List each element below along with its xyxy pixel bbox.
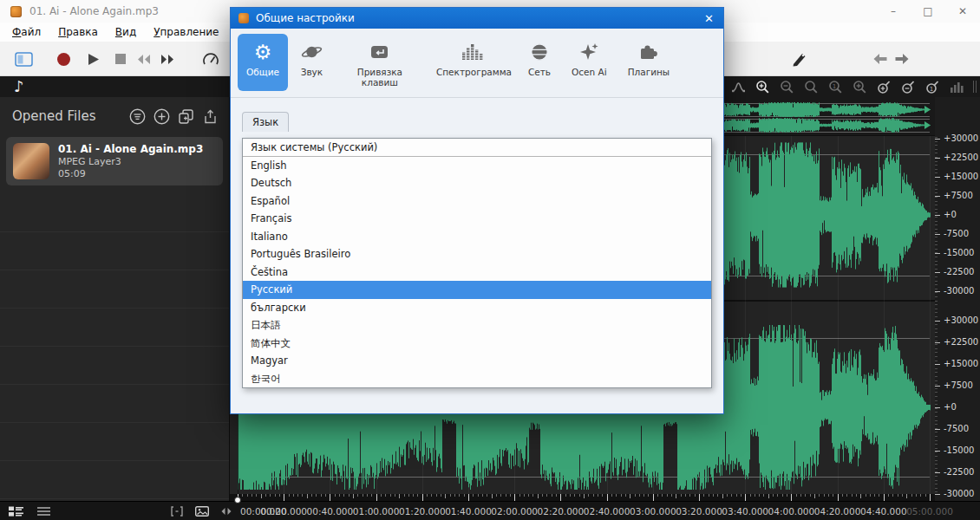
maximize-icon[interactable]: □ [911,0,945,23]
pen-tool-icon[interactable] [787,42,810,76]
window-title: 01. Ai - Alone Again.mp3 [29,5,159,17]
scale-label-ch2: +30000 [944,315,978,325]
language-option[interactable]: Čeština [243,263,711,282]
scale-tick [935,321,940,322]
puzzle-icon [637,40,659,64]
settings-tab-planet[interactable]: Звук [291,34,332,91]
scale-label-ch1: +0 [944,210,957,219]
add-file-icon[interactable] [154,108,170,125]
file-duration: 05:09 [58,168,203,179]
scale-label-ch1: +22500 [944,153,978,162]
opened-files-title: Opened Files [12,108,129,124]
scale-tick [935,291,940,292]
scale-tick [935,234,940,235]
scale-tick [935,215,940,216]
sparkle-icon [578,40,600,64]
file-list-item[interactable]: 01. Ai - Alone Again.mp3 MPEG Layer3 05:… [6,137,223,185]
language-option[interactable]: Deutsch [243,174,711,192]
toolbar-grip[interactable] [973,81,977,93]
language-option[interactable]: Español [243,192,711,211]
svg-text:1: 1 [930,86,933,93]
scale-label-ch2: -22500 [944,467,974,477]
scale-tick [935,451,940,452]
scale-tick [935,386,940,387]
timeline-label: 02:00.000 [491,506,538,517]
minimize-icon[interactable]: – [876,0,911,23]
view-list-icon[interactable] [37,507,50,516]
settings-tab-sparkle[interactable]: Ocen Ai [563,34,616,91]
collapse-panels-icon[interactable] [220,507,232,516]
vertical-zoom-in-icon[interactable] [877,80,892,94]
close-icon[interactable]: ✕ [945,0,980,23]
app-icon [10,6,22,17]
language-option[interactable]: Français [243,210,711,228]
settings-tab-spectrogram[interactable]: Спектрограмма [428,34,516,91]
vertical-zoom-fit-icon[interactable]: 1 [925,80,940,94]
menu-item-3[interactable]: Управление [145,24,227,40]
envelope-tool-icon[interactable] [731,81,746,94]
music-note-icon[interactable]: ♪ [14,77,24,96]
settings-tab-puzzle[interactable]: Плагины [619,34,679,91]
dialog-app-icon [238,13,249,23]
playback-speed-icon[interactable] [198,42,224,76]
play-button[interactable] [80,42,106,76]
duplicate-file-icon[interactable] [178,108,194,125]
menu-item-1[interactable]: Правка [49,24,107,40]
menu-item-2[interactable]: Вид [107,24,145,40]
language-option[interactable]: Português Brasileiro [243,245,711,263]
scale-label-ch2: +0 [944,402,957,412]
settings-general-page: Язык Язык системы (Русский)EnglishDeutsc… [231,98,723,413]
zoom-fit-icon[interactable] [804,80,819,94]
language-option[interactable]: 日本語 [243,316,711,335]
sidebar-toggle-icon[interactable] [10,42,36,76]
menu-item-0[interactable]: Файл [3,24,49,40]
vertical-zoom-out-icon[interactable] [901,80,916,94]
filter-icon[interactable] [129,108,146,125]
dialog-titlebar[interactable]: Общие настройки ✕ [231,8,723,29]
settings-tab-bar: ⚙ Общие Звук Привязка клавиш Спектрограм… [231,29,723,98]
zoom-in-icon[interactable] [755,80,770,94]
levels-icon[interactable] [950,81,964,93]
scale-tick [935,407,940,408]
gear-icon: ⚙ [254,40,272,64]
globe-icon [529,40,550,64]
fast-forward-button[interactable] [154,42,180,76]
selection-brackets-icon[interactable] [170,506,184,517]
language-option[interactable]: Язык системы (Русский) [243,139,711,157]
thumbnails-icon[interactable] [195,506,209,517]
view-details-icon[interactable] [9,506,23,517]
file-title: 01. Ai - Alone Again.mp3 [58,143,203,155]
file-list-empty-rows [0,194,229,501]
zoom-one-to-one-icon[interactable]: 1 [828,80,843,94]
language-option[interactable]: Italiano [243,228,711,246]
language-option[interactable]: 简体中文 [243,335,711,353]
scale-tick [935,364,940,365]
scale-tick [935,494,940,495]
playhead-pin[interactable] [234,497,241,504]
language-option[interactable]: Magyar [243,352,711,370]
settings-tab-globe[interactable]: Сеть [519,34,559,91]
rewind-button[interactable] [130,42,156,76]
scale-tick [935,196,940,197]
zoom-selection-icon[interactable] [853,80,867,94]
tab-language[interactable]: Язык [242,112,289,132]
language-option[interactable]: English [243,157,711,175]
timeline-label: 02:20.000 [538,506,585,517]
svg-text:1: 1 [833,83,836,90]
language-option[interactable]: Русский [243,281,711,299]
export-file-icon[interactable] [202,108,219,125]
navigate-back-icon[interactable] [870,42,891,76]
dialog-close-icon[interactable]: ✕ [695,12,723,25]
settings-tab-enter-key[interactable]: Привязка клавиш [336,34,424,91]
record-button[interactable] [50,42,76,76]
timeline-label: 05:00.000 [906,506,953,517]
language-option[interactable]: 한국어 [243,370,711,388]
zoom-out-icon[interactable] [780,80,794,94]
settings-tab-gear[interactable]: ⚙ Общие [238,34,288,91]
language-option[interactable]: български [243,299,711,317]
timeline-label: 01:40.000 [445,506,492,517]
ocenaudio-window: 01. Ai - Alone Again.mp3 – □ ✕ ФайлПравк… [0,0,980,520]
scale-label-ch1: -30000 [944,286,974,296]
navigate-forward-icon[interactable] [892,42,912,76]
scale-tick [935,177,940,178]
